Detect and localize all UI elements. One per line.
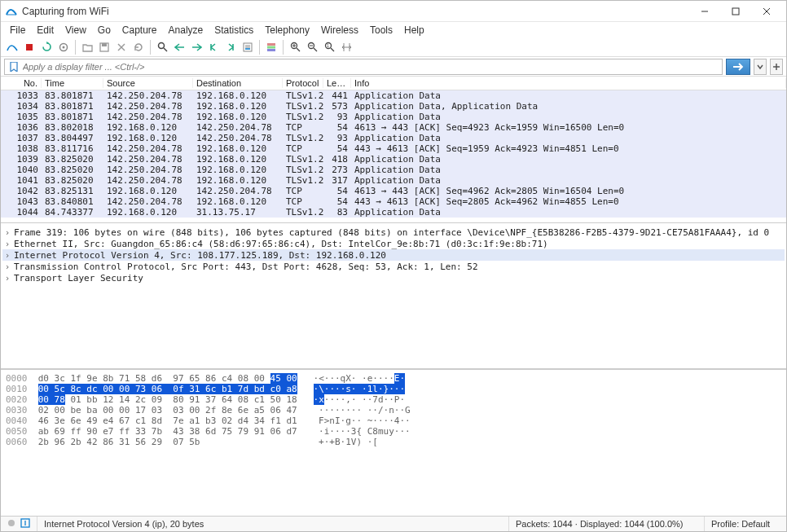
svg-point-6 — [63, 46, 65, 48]
status-packets: Packets: 1044 · Displayed: 1044 (100.0%) — [509, 517, 705, 531]
packet-row[interactable]: 103383.801871142.250.204.78192.168.0.120… — [1, 90, 786, 101]
status-profile[interactable]: Profile: Default — [705, 517, 786, 531]
hex-line[interactable]: 0040 46 3e 6e 49 e4 67 c1 8d 7e a1 b3 02… — [6, 415, 781, 426]
col-header-proto[interactable]: Protocol — [283, 78, 323, 88]
hex-line[interactable]: 0000 d0 3c 1f 9e 8b 71 58 d6 97 65 86 c4… — [6, 373, 781, 384]
status-field-label: Internet Protocol Version 4 (ip), 20 byt… — [37, 517, 509, 531]
filter-bar — [1, 57, 786, 77]
menu-help[interactable]: Help — [398, 23, 430, 37]
find-button[interactable] — [154, 39, 170, 55]
packet-list-header[interactable]: No. Time Source Destination Protocol Len… — [1, 77, 786, 90]
svg-text:1: 1 — [327, 43, 329, 48]
filter-apply-button[interactable] — [726, 59, 750, 75]
packet-row[interactable]: 104183.825020142.250.204.78192.168.0.120… — [1, 175, 786, 186]
go-back-button[interactable] — [171, 39, 187, 55]
filter-text-input[interactable] — [23, 62, 719, 72]
open-file-button[interactable] — [79, 39, 95, 55]
hex-line[interactable]: 0050 ab 69 ff 90 e7 ff 33 7b 43 38 6d 75… — [6, 426, 781, 437]
svg-line-28 — [331, 48, 334, 51]
colorize-button[interactable] — [263, 39, 279, 55]
stop-capture-button[interactable] — [21, 39, 37, 55]
menu-view[interactable]: View — [59, 23, 92, 37]
col-header-info[interactable]: Info — [351, 78, 786, 88]
auto-scroll-button[interactable] — [240, 39, 256, 55]
reload-button[interactable] — [130, 39, 147, 55]
packet-row[interactable]: 103583.801871142.250.204.78192.168.0.120… — [1, 112, 786, 122]
col-header-no[interactable]: No. — [1, 78, 42, 88]
col-header-len[interactable]: Length — [323, 78, 351, 88]
close-button[interactable] — [752, 2, 781, 20]
capture-options-button[interactable] — [55, 39, 72, 55]
hex-line[interactable]: 0060 2b 96 2b 42 86 31 56 29 07 5b +·+B·… — [6, 437, 781, 447]
col-header-source[interactable]: Source — [103, 78, 193, 88]
packet-row[interactable]: 104283.825131192.168.0.120142.250.204.78… — [1, 186, 786, 196]
close-file-button[interactable] — [113, 39, 130, 55]
tree-expand-icon[interactable]: › — [2, 239, 12, 249]
menubar: File Edit View Go Capture Analyze Statis… — [1, 22, 786, 37]
packet-row[interactable]: 103683.802018192.168.0.120142.250.204.78… — [1, 122, 786, 133]
packet-row[interactable]: 103783.804497192.168.0.120142.250.204.78… — [1, 133, 786, 143]
packet-details[interactable]: ›Frame 319: 106 bytes on wire (848 bits)… — [1, 223, 786, 370]
go-last-button[interactable] — [222, 39, 239, 55]
hex-dump[interactable]: 0000 d0 3c 1f 9e 8b 71 58 d6 97 65 86 c4… — [1, 370, 786, 516]
menu-telephony[interactable]: Telephony — [259, 23, 315, 37]
menu-go[interactable]: Go — [92, 23, 117, 37]
tree-expand-icon[interactable]: › — [2, 262, 12, 272]
svg-rect-1 — [732, 8, 739, 15]
detail-tree-item[interactable]: ›Transport Layer Security — [2, 272, 785, 284]
restart-capture-button[interactable] — [38, 39, 55, 55]
hex-line[interactable]: 0020 00 78 01 bb 12 14 2c 09 80 91 37 64… — [6, 394, 781, 405]
resize-columns-button[interactable] — [338, 39, 354, 55]
detail-tree-item[interactable]: ›Frame 319: 106 bytes on wire (848 bits)… — [2, 226, 785, 238]
maximize-button[interactable] — [721, 2, 750, 20]
svg-rect-8 — [102, 43, 107, 46]
packet-row[interactable]: 104383.840801142.250.204.78192.168.0.120… — [1, 196, 786, 207]
svg-line-21 — [297, 48, 300, 51]
filter-add-button[interactable] — [770, 59, 783, 75]
packet-row[interactable]: 103483.801871142.250.204.78192.168.0.120… — [1, 101, 786, 112]
zoom-out-button[interactable] — [304, 39, 320, 55]
hex-line[interactable]: 0010 00 5c 8c dc 00 00 73 06 0f 31 6c b1… — [6, 384, 781, 394]
packet-row[interactable]: 104484.743377192.168.0.12031.13.75.17TLS… — [1, 207, 786, 218]
bookmark-icon — [8, 61, 20, 73]
svg-rect-19 — [267, 49, 275, 51]
packet-list[interactable]: No. Time Source Destination Protocol Len… — [1, 77, 786, 223]
minimize-button[interactable] — [690, 2, 719, 20]
display-filter-input[interactable] — [4, 59, 723, 75]
menu-wireless[interactable]: Wireless — [315, 23, 364, 37]
menu-edit[interactable]: Edit — [31, 23, 59, 37]
save-file-button[interactable] — [96, 39, 112, 55]
col-header-dest[interactable]: Destination — [193, 78, 283, 88]
go-first-button[interactable] — [205, 39, 222, 55]
start-capture-button[interactable] — [4, 39, 20, 55]
tree-expand-icon[interactable]: › — [2, 273, 12, 284]
menu-statistics[interactable]: Statistics — [209, 23, 259, 37]
svg-line-25 — [314, 48, 317, 51]
tree-expand-icon[interactable]: › — [2, 250, 12, 261]
expert-info-icon[interactable] — [20, 518, 30, 530]
statusbar: Internet Protocol Version 4 (ip), 20 byt… — [1, 516, 786, 531]
zoom-reset-button[interactable]: 1 — [321, 39, 337, 55]
svg-point-35 — [8, 520, 15, 526]
wireshark-icon — [6, 6, 17, 17]
titlebar: Capturing from WiFi — [1, 1, 786, 22]
detail-tree-item[interactable]: ›Internet Protocol Version 4, Src: 108.1… — [2, 249, 785, 261]
menu-tools[interactable]: Tools — [364, 23, 398, 37]
zoom-in-button[interactable] — [287, 39, 303, 55]
hex-line[interactable]: 0030 02 00 be ba 00 00 17 03 03 00 2f 8e… — [6, 405, 781, 415]
tree-expand-icon[interactable]: › — [2, 227, 12, 238]
menu-file[interactable]: File — [4, 23, 31, 37]
detail-tree-item[interactable]: ›Transmission Control Protocol, Src Port… — [2, 261, 785, 272]
packet-row[interactable]: 104083.825020142.250.204.78192.168.0.120… — [1, 165, 786, 175]
packet-row[interactable]: 103983.825020142.250.204.78192.168.0.120… — [1, 154, 786, 165]
col-header-time[interactable]: Time — [42, 78, 103, 88]
menu-analyze[interactable]: Analyze — [163, 23, 209, 37]
detail-tree-item[interactable]: ›Ethernet II, Src: Guangdon_65:86:c4 (58… — [2, 238, 785, 249]
packet-row[interactable]: 103883.811716142.250.204.78192.168.0.120… — [1, 143, 786, 154]
go-forward-button[interactable] — [188, 39, 204, 55]
filter-history-button[interactable] — [754, 59, 767, 75]
svg-point-11 — [158, 43, 164, 49]
svg-rect-4 — [26, 44, 33, 51]
status-dot-icon — [7, 519, 15, 529]
menu-capture[interactable]: Capture — [117, 23, 163, 37]
